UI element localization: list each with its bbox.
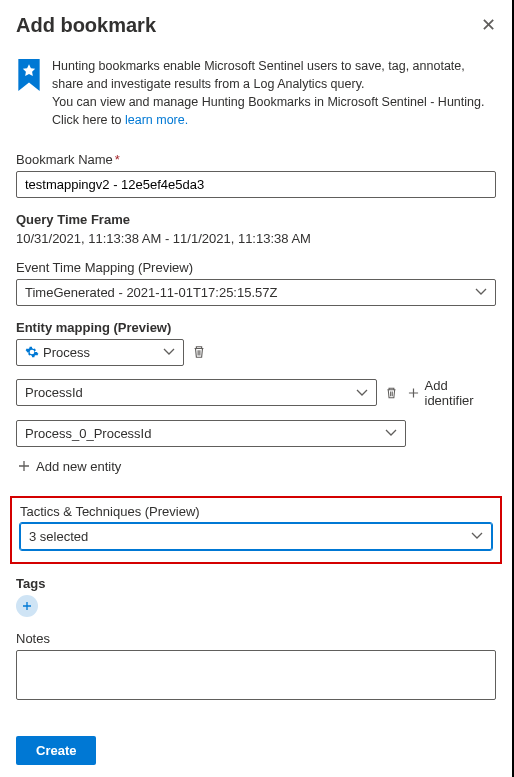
chevron-down-icon (475, 286, 487, 298)
add-tag-button[interactable] (16, 595, 38, 617)
info-line2: You can view and manage Hunting Bookmark… (52, 95, 484, 109)
query-time-value: 10/31/2021, 11:13:38 AM - 11/1/2021, 11:… (16, 231, 311, 246)
close-icon[interactable]: ✕ (481, 16, 496, 34)
tactics-highlight: Tactics & Techniques (Preview) 3 selecte… (10, 496, 502, 564)
gear-icon (25, 345, 39, 359)
plus-icon (21, 600, 33, 612)
tactics-label: Tactics & Techniques (Preview) (20, 504, 492, 519)
add-identifier-button[interactable]: Add identifier (406, 374, 496, 412)
event-time-select[interactable]: TimeGenerated - 2021-11-01T17:25:15.57Z (16, 279, 496, 306)
info-banner: Hunting bookmarks enable Microsoft Senti… (16, 57, 496, 130)
entity-column-select[interactable]: Process_0_ProcessId (16, 420, 406, 447)
learn-more-link[interactable]: learn more. (125, 113, 188, 127)
tactics-select[interactable]: 3 selected (20, 523, 492, 550)
chevron-down-icon (356, 387, 368, 399)
notes-textarea[interactable] (16, 650, 496, 700)
info-line3-prefix: Click here to (52, 113, 125, 127)
query-time-label: Query Time Frame (16, 212, 496, 227)
info-line1: Hunting bookmarks enable Microsoft Senti… (52, 59, 465, 91)
create-button[interactable]: Create (16, 736, 96, 765)
bookmark-name-label: Bookmark Name* (16, 152, 496, 167)
bookmark-icon (16, 57, 42, 130)
bookmark-name-input[interactable] (16, 171, 496, 198)
trash-icon[interactable] (385, 386, 398, 400)
chevron-down-icon (471, 530, 483, 542)
plus-icon (408, 387, 419, 399)
entity-mapping-label: Entity mapping (Preview) (16, 320, 496, 335)
chevron-down-icon (163, 346, 175, 358)
plus-icon (18, 460, 30, 472)
event-time-label: Event Time Mapping (Preview) (16, 260, 496, 275)
trash-icon[interactable] (192, 345, 206, 359)
entity-type-select[interactable]: Process (16, 339, 184, 366)
add-new-entity-button[interactable]: Add new entity (16, 455, 496, 478)
tags-label: Tags (16, 576, 496, 591)
page-title: Add bookmark (16, 14, 156, 37)
chevron-down-icon (385, 427, 397, 439)
notes-label: Notes (16, 631, 496, 646)
entity-identifier-select[interactable]: ProcessId (16, 379, 377, 406)
